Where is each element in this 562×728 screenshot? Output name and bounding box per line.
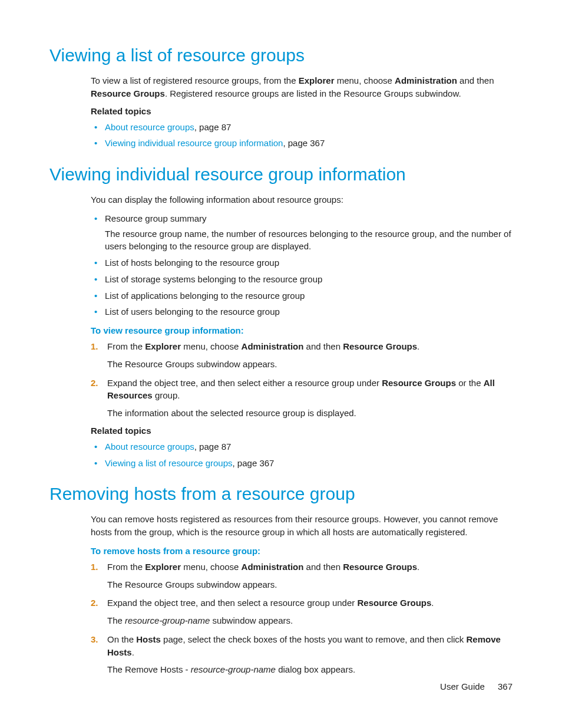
related-item: About resource groups, page 87	[91, 440, 513, 453]
procedure-steps: From the Explorer menu, choose Administr…	[91, 561, 513, 676]
related-item: About resource groups, page 87	[91, 121, 513, 134]
procedure-label: To remove hosts from a resource group:	[91, 546, 513, 556]
link-viewing-individual-info[interactable]: Viewing individual resource group inform…	[105, 138, 283, 148]
bold-administration: Administration	[242, 341, 304, 351]
list-item: List of storage systems belonging to the…	[91, 273, 513, 286]
link-about-resource-groups[interactable]: About resource groups	[105, 122, 194, 132]
bold-administration: Administration	[242, 562, 304, 572]
bold-resource-groups: Resource Groups	[343, 341, 417, 351]
related-item: Viewing individual resource group inform…	[91, 137, 513, 150]
step-1: From the Explorer menu, choose Administr…	[91, 561, 513, 591]
text: .	[431, 598, 434, 608]
heading-viewing-list: Viewing a list of resource groups	[49, 45, 513, 66]
step-result: The Remove Hosts - resource-group-name d…	[107, 663, 513, 676]
text: menu, choose	[335, 75, 395, 85]
document-page: Viewing a list of resource groups To vie…	[0, 0, 562, 728]
page-number: 367	[498, 681, 513, 691]
section3-body: You can remove hosts registered as resou…	[91, 513, 513, 676]
related-item: Viewing a list of resource groups, page …	[91, 457, 513, 470]
bold-resource-groups: Resource Groups	[382, 378, 456, 388]
bold-resource-groups: Resource Groups	[357, 598, 431, 608]
text: page, select the check boxes of the host…	[161, 634, 467, 644]
related-topics-label: Related topics	[91, 426, 513, 436]
step-result: The information about the selected resou…	[107, 407, 513, 420]
bold-hosts: Hosts	[136, 634, 161, 644]
step-3: On the Hosts page, select the check boxe…	[91, 633, 513, 676]
link-viewing-list[interactable]: Viewing a list of resource groups	[105, 458, 233, 468]
step-result: The Resource Groups subwindow appears.	[107, 578, 513, 591]
text: , page 367	[233, 458, 275, 468]
heading-removing-hosts: Removing hosts from a resource group	[49, 483, 513, 505]
bold-explorer: Explorer	[145, 341, 181, 351]
step-2: Expand the object tree, and then select …	[91, 377, 513, 420]
procedure-steps: From the Explorer menu, choose Administr…	[91, 340, 513, 420]
bold-explorer: Explorer	[299, 75, 335, 85]
footer-label: User Guide	[440, 681, 485, 691]
text: Resource group summary	[105, 213, 207, 223]
text: From the	[107, 341, 145, 351]
text: Expand the object tree, and then select …	[107, 378, 382, 388]
text: and then	[303, 562, 343, 572]
procedure-label: To view resource group information:	[91, 325, 513, 335]
list-item: List of applications belonging to the re…	[91, 289, 513, 302]
page-footer: User Guide367	[440, 681, 513, 691]
list-item: List of users belonging to the resource …	[91, 305, 513, 318]
list-item: List of hosts belonging to the resource …	[91, 256, 513, 269]
text: group.	[153, 390, 180, 400]
bold-resource-groups: Resource Groups	[343, 562, 417, 572]
text: or the	[456, 378, 484, 388]
text: dialog box appears.	[276, 664, 355, 674]
link-about-resource-groups[interactable]: About resource groups	[105, 442, 194, 452]
text: From the	[107, 562, 145, 572]
list-item-detail: The resource group name, the number of r…	[105, 228, 513, 253]
italic-group-name: resource-group-name	[125, 615, 210, 625]
text: The Remove Hosts -	[107, 664, 191, 674]
text: subwindow appears.	[210, 615, 293, 625]
related-topics-label: Related topics	[91, 106, 513, 116]
list-item: Resource group summaryThe resource group…	[91, 212, 513, 253]
step-result: The resource-group-name subwindow appear…	[107, 614, 513, 627]
text: .	[132, 647, 134, 657]
text: On the	[107, 634, 136, 644]
step-1: From the Explorer menu, choose Administr…	[91, 340, 513, 371]
bold-administration: Administration	[395, 75, 457, 85]
text: Expand the object tree, and then select …	[107, 598, 357, 608]
related-topics-list: About resource groups, page 87 Viewing a…	[91, 440, 513, 470]
section3-intro: You can remove hosts registered as resou…	[91, 513, 513, 539]
text: and then	[457, 75, 494, 85]
text: , page 87	[194, 122, 232, 132]
text: List of applications belonging to the re…	[105, 291, 305, 301]
text: , page 87	[194, 442, 232, 452]
info-list: Resource group summaryThe resource group…	[91, 212, 513, 318]
text: . Registered resource groups are listed …	[165, 88, 461, 98]
bold-resource-groups: Resource Groups	[91, 88, 165, 98]
text: , page 367	[283, 138, 325, 148]
italic-group-name: resource-group-name	[191, 664, 276, 674]
step-2: Expand the object tree, and then select …	[91, 597, 513, 627]
step-result: The Resource Groups subwindow appears.	[107, 358, 513, 371]
text: List of hosts belonging to the resource …	[105, 258, 279, 268]
related-topics-list: About resource groups, page 87 Viewing i…	[91, 121, 513, 150]
section1-body: To view a list of registered resource gr…	[91, 74, 513, 150]
text: List of storage systems belonging to the…	[105, 274, 322, 284]
section2-body: You can display the following informatio…	[91, 193, 513, 469]
section1-intro: To view a list of registered resource gr…	[91, 74, 513, 100]
text: menu, choose	[181, 341, 242, 351]
text: and then	[303, 341, 343, 351]
text: The	[107, 615, 125, 625]
heading-viewing-individual: Viewing individual resource group inform…	[49, 164, 513, 185]
text: .	[417, 341, 419, 351]
section2-intro: You can display the following informatio…	[91, 193, 513, 206]
text: List of users belonging to the resource …	[105, 307, 280, 317]
bold-explorer: Explorer	[145, 562, 181, 572]
text: To view a list of registered resource gr…	[91, 75, 299, 85]
text: .	[417, 562, 419, 572]
text: menu, choose	[181, 562, 242, 572]
